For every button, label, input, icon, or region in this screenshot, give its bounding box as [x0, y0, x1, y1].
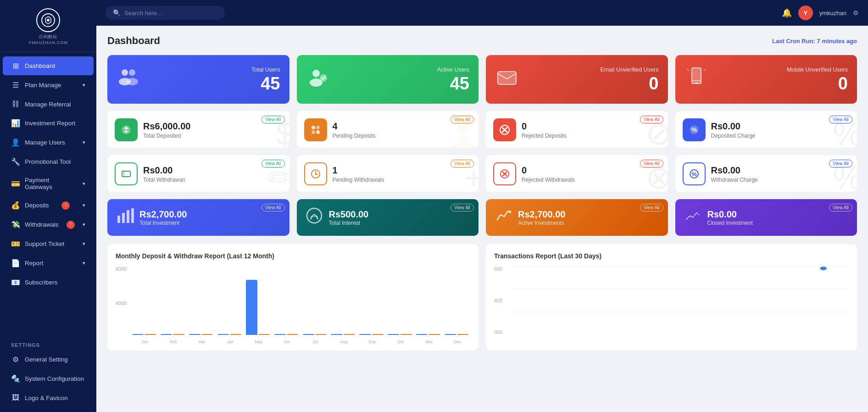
- sidebar-item-plan-manage[interactable]: ☰ Plan Manage ▾: [3, 76, 94, 95]
- search-box[interactable]: 🔍: [106, 6, 225, 20]
- logo-text: 亿码酷站 YMKUZHAN.COM: [28, 34, 68, 45]
- total-invest-info: Rs2,700.00 Total Investment: [139, 209, 281, 226]
- active-invest-icon: [494, 206, 512, 228]
- sidebar-item-label: General Setting: [25, 356, 68, 363]
- bg-pending-icon: ⏳: [443, 115, 479, 148]
- view-all-total-interest[interactable]: View All: [451, 204, 474, 212]
- deposit-bar-jul: [303, 334, 314, 335]
- svg-rect-35: [127, 210, 129, 223]
- sidebar-logo: 亿码酷站 YMKUZHAN.COM: [0, 0, 96, 52]
- user-settings-icon[interactable]: ⚙: [853, 9, 859, 17]
- sidebar-item-support-ticket[interactable]: 🎫 Support Ticket ▾: [3, 234, 94, 253]
- withdraw-bar-dec: [457, 334, 468, 335]
- bar-group-sep: [359, 334, 385, 335]
- deposit-bar-nov: [416, 334, 428, 335]
- deposit-bar-oct: [388, 334, 399, 335]
- cron-prefix: Last Cron Run:: [772, 38, 815, 45]
- deposit-bar-feb: [161, 334, 172, 335]
- x-label-mar: Mar: [189, 340, 215, 344]
- bg-withdraw-charge-icon: %: [833, 160, 857, 192]
- deposit-bar-apr: [217, 334, 229, 335]
- metric-card-deposited-charge: View All % Rs0.00 Deposited Charge %: [675, 111, 857, 148]
- sidebar-item-system-configuration[interactable]: 🔩 System Configuration: [3, 369, 94, 388]
- withdraw-bar-oct: [400, 334, 412, 335]
- sidebar-item-logo-favicon[interactable]: 🖼 Logo & Favicon: [3, 389, 94, 407]
- total-deposited-value: Rs6,000.00: [143, 121, 282, 132]
- total-invest-icon: [116, 206, 134, 228]
- view-all-total-investment[interactable]: View All: [262, 204, 285, 212]
- x-label-jun: Jun: [274, 340, 300, 344]
- svg-point-2: [122, 69, 128, 76]
- withdraw-bar-jun: [287, 334, 298, 335]
- page-header: Dashboard Last Cron Run: 7 minutes ago: [107, 35, 857, 47]
- bg-deposit-icon: $: [276, 116, 289, 148]
- sidebar-item-label: Payment Gateways: [25, 177, 78, 190]
- sidebar-item-report[interactable]: 📄 Report ▾: [3, 254, 94, 273]
- sidebar-item-manage-users[interactable]: 👤 Manage Users ▾: [3, 133, 94, 152]
- deposit-bar-sep: [359, 334, 371, 335]
- svg-text:%: %: [691, 126, 697, 134]
- withdraw-bar-may: [258, 334, 270, 335]
- topbar-right: 🔔 Y ymkuzhan ⚙: [782, 6, 859, 20]
- withdraw-bar-nov: [428, 334, 440, 335]
- cron-time: 7 minutes ago: [817, 38, 857, 45]
- svg-text:%: %: [691, 171, 697, 178]
- mobile-unverified-value: 0: [715, 75, 848, 92]
- interest-value: Rs500.00: [329, 209, 471, 220]
- total-deposited-label: Total Deposited: [143, 133, 282, 139]
- svg-point-37: [307, 208, 322, 223]
- txn-y-labels: 500 400 300: [494, 266, 502, 335]
- sidebar-item-general-setting[interactable]: ⚙ General Setting: [3, 350, 94, 369]
- svg-point-12: [696, 82, 697, 84]
- x-label-jul: Jul: [303, 340, 328, 344]
- svg-point-18: [312, 130, 315, 134]
- pending-withdraw-icon-wrap: [304, 162, 327, 185]
- user-name: ymkuzhan: [819, 10, 846, 17]
- bar-group-oct: [388, 334, 413, 335]
- sidebar-item-deposits[interactable]: 💰 Deposits ! ▾: [3, 196, 94, 215]
- email-unverified-value: 0: [525, 75, 659, 92]
- rejected-deposit-icon-wrap: [493, 118, 516, 141]
- content-area: Dashboard Last Cron Run: 7 minutes ago: [96, 26, 868, 412]
- deposit-metric-cards: View All Rs6,000.00 Total Deposited $ Vi…: [107, 111, 857, 148]
- interest-info: Rs500.00 Total Interest: [329, 209, 471, 226]
- cron-info: Last Cron Run: 7 minutes ago: [772, 38, 857, 45]
- investment-cards-row: View All Rs2,700.00 Total Investment Vie…: [107, 199, 857, 236]
- withdraw-bar-jul: [315, 334, 327, 335]
- deposited-charge-label: Deposited Charge: [711, 133, 850, 139]
- sidebar-item-subscribers[interactable]: 📧 Subscribers: [3, 273, 94, 292]
- sidebar-item-investment-report[interactable]: 📊 Investment Report: [3, 114, 94, 133]
- withdraw-icon-wrap: [115, 162, 138, 185]
- view-all-active-investments[interactable]: View All: [640, 204, 663, 212]
- total-invest-value: Rs2,700.00: [139, 209, 281, 220]
- notification-icon[interactable]: 🔔: [782, 8, 792, 18]
- deposits-icon: 💰: [11, 201, 20, 210]
- stat-card-mobile-unverified: Mobile Unverified Users 0: [675, 55, 857, 104]
- sidebar-item-payment-gateways[interactable]: 💳 Payment Gateways ▾: [3, 172, 94, 195]
- stat-card-active-users: Active Users 45: [297, 55, 479, 104]
- view-all-closed-investment[interactable]: View All: [829, 204, 852, 212]
- metric-card-pending-deposits: View All 4 Pending Deposits ⏳: [297, 111, 479, 148]
- svg-line-13: [687, 69, 689, 71]
- x-label-oct: Oct: [388, 340, 413, 344]
- y-label-4000: 4000: [116, 301, 127, 306]
- bar-group-jan: [132, 334, 158, 335]
- sidebar-nav: ⊞ Dashboard ☰ Plan Manage ▾ ⛓ Manage Ref…: [0, 52, 96, 337]
- interest-icon: [305, 206, 323, 228]
- dashboard-icon: ⊞: [11, 61, 20, 70]
- sidebar-item-manage-referral[interactable]: ⛓ Manage Referral: [3, 95, 94, 113]
- active-users-icon: [306, 65, 330, 94]
- active-invest-label: Active Investments: [518, 220, 660, 226]
- main-area: 🔍 🔔 Y ymkuzhan ⚙ Dashboard Last Cron Run…: [96, 0, 868, 412]
- sidebar-item-label: Support Ticket: [25, 240, 64, 247]
- total-deposited-info: Rs6,000.00 Total Deposited: [143, 118, 282, 139]
- rejected-withdrawals-info: 0 Rejected Withdrawals: [522, 162, 661, 183]
- chevron-down-icon: ▾: [83, 181, 85, 187]
- sidebar-item-dashboard[interactable]: ⊞ Dashboard: [3, 56, 94, 75]
- withdrawals-badge: !: [67, 221, 75, 229]
- search-input[interactable]: [124, 10, 216, 17]
- interest-label: Total Interest: [329, 220, 471, 226]
- sidebar-item-withdrawals[interactable]: 💸 Withdrawals ! ▾: [3, 215, 94, 234]
- sidebar-item-promotional-tool[interactable]: 🔧 Promotional Tool: [3, 152, 94, 171]
- bg-charge-icon: %: [833, 116, 857, 148]
